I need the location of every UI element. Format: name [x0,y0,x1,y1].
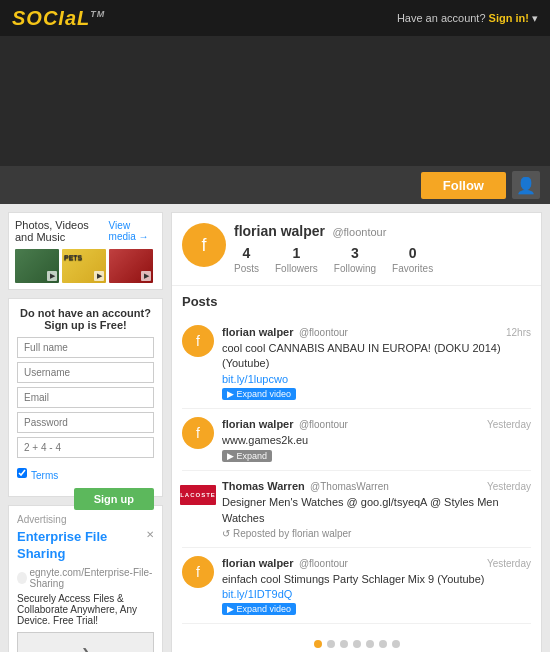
post-link-3[interactable]: bit.ly/1IDT9dQ [222,588,292,600]
profile-header: f florian walper @floontour 4Posts1Follo… [172,213,541,286]
profile-avatar: f [182,223,226,267]
terms-link[interactable]: Terms [31,470,58,481]
pagination-dot-6[interactable] [392,640,400,648]
post-header-3: florian walper @floontour Yesterday [222,556,531,570]
pagination-dot-1[interactable] [327,640,335,648]
stat-item: 0Favorites [392,245,433,275]
media-thumb-1[interactable]: ▶ [15,249,59,283]
captcha-row [17,437,154,462]
media-thumb-3[interactable]: ▶ [109,249,153,283]
play-icon-1: ▶ [47,271,57,281]
post-author-2: Thomas Warren [222,480,305,492]
expand-btn-3[interactable]: ▶ Expand video [222,603,296,615]
post-author-3: florian walper [222,557,294,569]
profile-stats: 4Posts1Followers3Following0Favorites [234,245,531,275]
username-input[interactable] [17,362,154,383]
stat-item: 4Posts [234,245,259,275]
pagination-dot-2[interactable] [340,640,348,648]
main-content: Photos, Videos and Music View media → ▶ … [0,204,550,652]
play-icon-3: ▶ [141,271,151,281]
post-author-1: florian walper [222,418,294,430]
post-item: f florian walper @floontour Yesterday ww… [182,409,531,471]
post-content-1: florian walper @floontour Yesterday www.… [222,417,531,462]
left-sidebar: Photos, Videos and Music View media → ▶ … [8,212,163,652]
posts-heading: Posts [182,294,531,309]
fullname-input[interactable] [17,337,154,358]
post-avatar-1: f [182,417,214,449]
ad-source-url: egnyte.com/Enterprise-File-Sharing [30,567,155,589]
terms-row: Terms [17,468,154,482]
logo: SOCIaLTM [12,7,105,30]
stat-item: 3Following [334,245,376,275]
pagination-dot-4[interactable] [366,640,374,648]
signup-box: Do not have an account? Sign up is Free!… [8,298,163,497]
post-item: LACOSTE Thomas Warren @ThomasWarren Yest… [182,471,531,548]
signup-button[interactable]: Sign up [74,488,154,510]
post-item: f florian walper @floontour 12hrs cool c… [182,317,531,409]
password-input[interactable] [17,412,154,433]
post-text-2: Designer Men's Watches @ goo.gl/tsyeqA @… [222,495,531,526]
ad-title[interactable]: Enterprise File Sharing [17,529,146,563]
play-icon-2: ▶ [94,271,104,281]
post-content-3: florian walper @floontour Yesterday einf… [222,556,531,615]
right-main: f florian walper @floontour 4Posts1Follo… [171,212,542,652]
repost-note-2: ↺Reposted by florian walper [222,528,531,539]
ad-arrow-icon: › [82,639,89,652]
post-avatar-3: f [182,556,214,588]
post-text-1: www.games2k.eu [222,433,531,448]
ad-header: Enterprise File Sharing ✕ [17,529,154,567]
post-handle-0: @floontour [299,327,348,338]
media-box: Photos, Videos and Music View media → ▶ … [8,212,163,290]
user-icon: 👤 [516,176,536,195]
stat-item: 1Followers [275,245,318,275]
pagination-dot-0[interactable] [314,640,322,648]
signin-link[interactable]: Sign in! [489,12,529,24]
ad-cta-button[interactable]: › [17,632,154,652]
post-content-0: florian walper @floontour 12hrs cool coo… [222,325,531,400]
expand-btn-0[interactable]: ▶ Expand video [222,388,296,400]
post-link-0[interactable]: bit.ly/1lupcwo [222,373,288,385]
view-media-link[interactable]: View media → [109,220,156,242]
profile-name-row: florian walper @floontour [234,223,531,239]
header-right: Have an account? Sign in! ▾ [397,12,538,25]
media-thumb-2[interactable]: PETS ▶ [62,249,106,283]
post-content-2: Thomas Warren @ThomasWarren Yesterday De… [222,479,531,539]
post-avatar-0: f [182,325,214,357]
pagination-dot-5[interactable] [379,640,387,648]
posts-list: f florian walper @floontour 12hrs cool c… [182,317,531,624]
repost-icon: ↺ [222,528,230,539]
ad-source: egnyte.com/Enterprise-File-Sharing [17,567,154,589]
ad-box: Advertising Enterprise File Sharing ✕ eg… [8,505,163,652]
post-text-3: einfach cool Stimungs Party Schlager Mix… [222,572,531,587]
post-handle-3: @floontour [299,558,348,569]
follow-bar: Follow 👤 [0,166,550,204]
post-handle-1: @floontour [299,419,348,430]
post-text-0: cool cool CANNABIS ANBAU IN EUROPA! (DOK… [222,341,531,372]
media-title: Photos, Videos and Music [15,219,109,243]
post-time-0: 12hrs [506,327,531,338]
pagination-dots [172,632,541,652]
terms-checkbox[interactable] [17,468,27,478]
post-item: f florian walper @floontour Yesterday ei… [182,548,531,624]
post-header-0: florian walper @floontour 12hrs [222,325,531,339]
post-author-0: florian walper [222,326,294,338]
ad-close-icon[interactable]: ✕ [146,529,154,540]
ad-label: Advertising [17,514,154,525]
email-input[interactable] [17,387,154,408]
pagination-dot-3[interactable] [353,640,361,648]
follow-button[interactable]: Follow [421,172,506,199]
post-time-1: Yesterday [487,419,531,430]
post-avatar-2: LACOSTE [182,479,214,511]
header: SOCIaLTM Have an account? Sign in! ▾ [0,0,550,36]
captcha-input[interactable] [17,437,154,458]
expand-btn-1[interactable]: ▶ Expand [222,450,272,462]
profile-info: florian walper @floontour 4Posts1Followe… [234,223,531,275]
post-header-2: Thomas Warren @ThomasWarren Yesterday [222,479,531,493]
profile-handle: @floontour [332,226,386,238]
ad-description: Securely Access Files & Collaborate Anyw… [17,593,154,626]
signup-title: Do not have an account? Sign up is Free! [17,307,154,331]
post-handle-2: @ThomasWarren [310,481,389,492]
post-time-3: Yesterday [487,558,531,569]
user-icon-button[interactable]: 👤 [512,171,540,199]
post-time-2: Yesterday [487,481,531,492]
